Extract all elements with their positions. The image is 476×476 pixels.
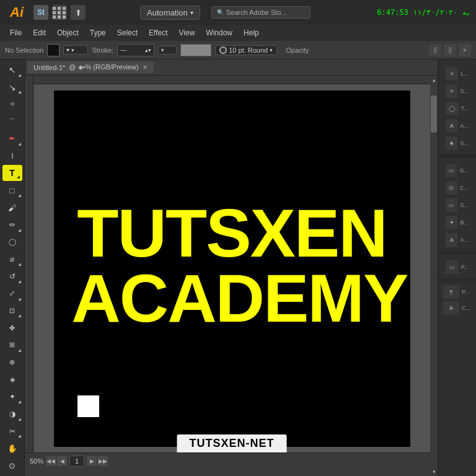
type-label: T... [461,105,469,112]
menu-effect[interactable]: Effect [144,27,172,38]
status-bar: 50% ◀◀ ◀ ▶ ▶▶ [25,452,430,469]
panel-brushes[interactable]: ✦ B... [443,214,471,231]
menu-edit[interactable]: Edit [28,27,51,38]
hand-tool[interactable]: ✋ [2,440,22,456]
panel-appearance[interactable]: A A... [443,232,471,248]
menu-type[interactable]: Type [85,27,111,38]
menu-object[interactable]: Object [52,27,84,38]
panel-color[interactable]: ◎ C... [443,180,471,196]
options-bar: No Selection ▾ Stroke: — ▴▾ 10 pt. Round… [0,41,476,60]
type-tool[interactable]: T [2,165,22,181]
layers-icon: ≡ [446,67,458,81]
brushes-icon: ✦ [446,216,457,229]
pt-round-button[interactable]: 10 pt. Round [215,45,277,55]
panel-character[interactable]: A C... [441,300,474,316]
menu-window[interactable]: Window [201,27,237,38]
zoom-tool[interactable]: ⊙ [2,457,22,474]
stroke-dropdown[interactable] [158,46,177,55]
align-icon-1[interactable]: ⣿ [429,44,441,56]
panel-symbols[interactable]: ♣ S... [443,135,471,151]
automation-button[interactable]: Automation [140,6,200,20]
menu-select[interactable]: Select [112,27,143,38]
clock-display: 6:47:53 ۱۱/۳۰/۲۰۲۰ ‌به [377,8,471,17]
scroll-thumb-v[interactable] [431,95,437,133]
main-area: ↖ ↘ ✧ ⌒ ✒ ⌇ T □ 🖌 ✏ ◯ ⌀ ↺ ⤢ ⊡ ✤ ⊞ ⊕ ◈ ✦ … [0,60,476,476]
tab-close-button[interactable]: ✕ [143,64,148,71]
curvature-tool[interactable]: ⌇ [2,148,22,164]
tab-bar: Untitled-1* @ ◈•% (RGB/Preview) ✕ [25,60,438,76]
fill-dropdown[interactable]: ▾ [63,45,88,55]
arrow-icon[interactable]: ⬆ [71,5,86,20]
search-box[interactable]: Search Adobe Sto... [211,6,311,19]
perspective-tool[interactable]: ⊞ [2,337,22,353]
panel-icon-row-1: ≡ L... ≡ S... ◯ T... A A... ♣ S... [441,64,474,152]
free-transform-tool[interactable]: ✤ [2,320,22,336]
paintbrush-tool[interactable]: 🖌 [2,200,22,216]
right-panel: ≡ L... ≡ S... ◯ T... A A... ♣ S... [438,60,476,476]
fill-swatch[interactable] [47,44,60,56]
document-tab[interactable]: Untitled-1* @ ◈•% (RGB/Preview) ✕ [27,61,154,73]
scissors-tool[interactable]: ✂ [2,423,22,439]
type-icon: ◯ [446,102,459,115]
color-icon: ◎ [446,181,457,195]
shaper-tool[interactable]: ◯ [2,234,22,250]
panel-icon-row-2: ▭ G... ◎ C... ▭ S... ✦ B... A A... [441,161,474,249]
panel-artboards[interactable]: A A... [443,118,471,134]
bottom-label: TUTSXEN-NET [177,434,287,452]
stroke-label-panel: S... [460,202,469,208]
panel-graphic-styles[interactable]: ▭ G... [443,162,471,178]
nav-arrows-right: ▶ ▶▶ [87,456,108,466]
menu-view[interactable]: View [174,27,200,38]
scale-tool[interactable]: ⤢ [2,286,22,302]
panel-type[interactable]: ◯ T... [443,100,471,117]
color-preview [180,44,211,56]
selection-tool[interactable]: ↖ [2,62,22,78]
lasso-tool[interactable]: ⌒ [2,113,22,130]
stroke-icon: ▭ [446,198,457,212]
nav-next-next[interactable]: ▶▶ [98,456,108,466]
panel-paragraph[interactable]: ¶ P... [441,284,474,300]
rectangle-tool[interactable]: □ [2,182,22,198]
scrollbar-vertical[interactable]: ▴ ▾ [430,76,438,476]
canvas-wrapper: TUTSXEN ACADEMY TUTSXEN-NET [33,84,430,452]
artboards-icon: A [446,119,457,133]
menu-file[interactable]: File [5,27,27,38]
mesh-tool[interactable]: ⊕ [2,355,22,371]
align-icon-2[interactable]: ⣿ [444,44,456,56]
blend-tool[interactable]: ◑ [2,406,22,422]
pencil-tool[interactable]: ✏ [2,217,22,233]
canvas-main-text[interactable]: TUTSXEN ACADEMY [71,201,392,330]
direct-selection-tool[interactable]: ↘ [2,79,22,95]
page-input[interactable] [69,456,84,467]
menu-bar: File Edit Object Type Select Effect View… [0,25,476,41]
appearance-label: A... [460,237,469,243]
warp-tool[interactable]: ⊡ [2,303,22,319]
scroll-down-arrow[interactable]: ▾ [433,469,436,475]
panel-swatches[interactable]: ≡ S... [443,83,471,99]
scroll-up-arrow[interactable]: ▴ [433,77,436,83]
rotate-tool[interactable]: ↺ [2,268,22,284]
align-icon-3[interactable]: ≡ [459,44,471,56]
nav-next[interactable]: ▶ [87,456,97,466]
panel-section-2: ▭ G... ◎ C... ▭ S... ✦ B... A A... [438,159,476,252]
panel-layers[interactable]: ≡ L... [443,66,471,82]
eraser-tool[interactable]: ⌀ [2,251,22,267]
magic-wand-tool[interactable]: ✧ [2,96,22,112]
stroke-box[interactable]: — ▴▾ [117,44,154,56]
text-line1: TUTSXEN [71,201,392,266]
panel-stroke[interactable]: ▭ S... [443,197,471,213]
zoom-value: 50% [30,457,43,465]
nav-prev-prev[interactable]: ◀◀ [46,456,56,466]
pen-tool[interactable]: ✒ [2,131,22,147]
menu-help[interactable]: Help [239,27,264,38]
nav-prev[interactable]: ◀ [57,456,67,466]
libraries-icon[interactable]: St [33,5,48,20]
swatches-icon: ≡ [446,84,457,98]
grid-icon[interactable] [52,5,67,20]
eyedropper-tool[interactable]: ✦ [2,389,22,405]
panel-properties[interactable]: ▭ P... [443,259,471,275]
scrollbar-horizontal[interactable] [25,469,430,476]
graphic-styles-icon: ▭ [446,164,457,177]
panel-icon-row-3: ▭ P... [441,258,474,276]
gradient-tool[interactable]: ◈ [2,372,22,388]
